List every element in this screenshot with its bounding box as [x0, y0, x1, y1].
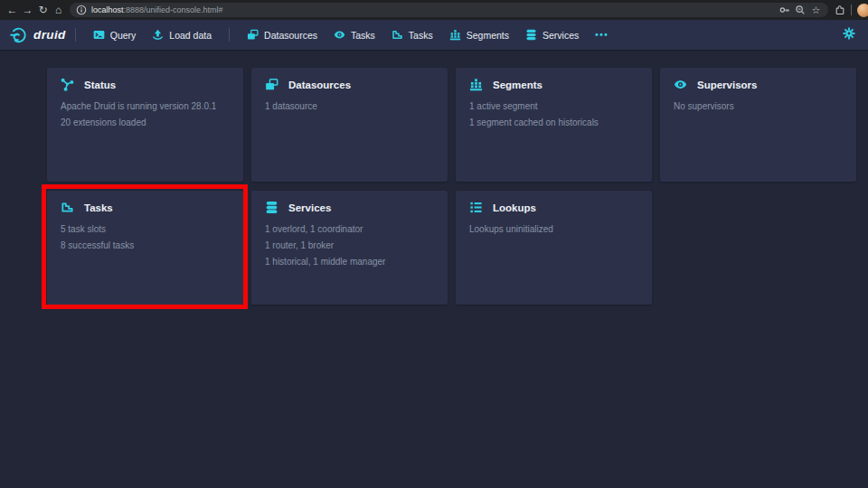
- card-line: 5 task slots: [61, 225, 230, 234]
- segments-icon: [469, 78, 483, 91]
- nav-label: Services: [542, 30, 579, 41]
- druid-logo[interactable]: druid: [9, 25, 66, 44]
- graph-icon: [61, 78, 74, 91]
- password-key-icon[interactable]: [779, 5, 790, 15]
- nav-label: Tasks: [409, 30, 433, 41]
- profile-avatar[interactable]: [857, 4, 868, 17]
- database-icon: [525, 29, 537, 41]
- bookmark-star-icon[interactable]: ☆: [810, 5, 822, 15]
- browser-toolbar: ← → ↻ ⌂ localhost:8888/unified-console.h…: [0, 0, 868, 20]
- nav-label: Query: [110, 30, 137, 41]
- nav-item-load-data[interactable]: Load data: [144, 24, 220, 46]
- zoom-icon[interactable]: [795, 5, 806, 15]
- gantt-icon: [61, 201, 74, 214]
- nav-item-query[interactable]: Query: [85, 24, 145, 46]
- card-line: 1 datasource: [265, 102, 434, 111]
- card-line: 1 historical, 1 middle manager: [265, 258, 434, 267]
- nav-label: Tasks: [351, 30, 375, 41]
- url-text: localhost:8888/unified-console.html#: [91, 5, 223, 14]
- nav-divider: [229, 28, 230, 42]
- card-row-1: Status Apache Druid is running version 2…: [47, 68, 868, 182]
- status-card[interactable]: Status Apache Druid is running version 2…: [47, 68, 243, 182]
- toolbar-right: [835, 4, 863, 17]
- home-icon[interactable]: ⌂: [51, 0, 66, 20]
- card-line: 1 overlord, 1 coordinator: [265, 225, 434, 234]
- reload-icon[interactable]: ↻: [35, 0, 51, 20]
- card-line: 1 active segment: [469, 102, 638, 111]
- card-title: Supervisors: [697, 80, 757, 90]
- back-icon[interactable]: ←: [5, 0, 20, 20]
- druid-logo-icon: [9, 25, 28, 44]
- lookups-card[interactable]: Lookups Lookups uninitialized: [456, 191, 652, 305]
- address-bar[interactable]: localhost:8888/unified-console.html# ☆: [70, 3, 828, 17]
- card-line: 1 router, 1 broker: [265, 241, 434, 250]
- nav-divider: [75, 28, 76, 42]
- card-title: Lookups: [493, 202, 536, 213]
- extensions-icon[interactable]: [835, 5, 845, 15]
- card-title: Segments: [493, 80, 542, 90]
- nav-item-supervisors[interactable]: Tasks: [326, 24, 383, 46]
- nav-label: Segments: [467, 30, 509, 41]
- properties-icon: [469, 201, 483, 214]
- url-path: :8888/unified-console.html#: [124, 5, 223, 14]
- card-title: Datasources: [288, 80, 351, 90]
- card-title: Tasks: [84, 202, 113, 213]
- toolbar-separator: [851, 5, 852, 15]
- services-card[interactable]: Services 1 overlord, 1 coordinator 1 rou…: [251, 191, 448, 305]
- nav-item-segments[interactable]: Segments: [441, 24, 517, 46]
- card-line: 1 segment cached on historicals: [469, 118, 638, 127]
- nav-label: Load data: [169, 30, 212, 41]
- card-row-2: Tasks 5 task slots 8 successful tasks Se…: [47, 191, 868, 305]
- nav-label: Datasources: [264, 30, 317, 41]
- card-title: Services: [288, 202, 331, 213]
- settings-button[interactable]: [839, 25, 859, 44]
- card-line: Apache Druid is running version 28.0.1: [61, 102, 230, 111]
- segments-icon: [449, 29, 461, 41]
- eye-icon: [674, 78, 687, 91]
- home-view: Status Apache Druid is running version 2…: [0, 50, 868, 488]
- gear-icon: [843, 27, 855, 40]
- datasources-icon: [265, 78, 278, 91]
- more-icon: •••: [595, 30, 609, 40]
- forward-icon[interactable]: →: [20, 0, 35, 20]
- segments-card[interactable]: Segments 1 active segment 1 segment cach…: [456, 68, 652, 182]
- console-icon: [93, 29, 105, 41]
- nav-item-tasks[interactable]: Tasks: [383, 24, 441, 46]
- nav-item-more[interactable]: •••: [587, 24, 617, 46]
- druid-logo-text: druid: [33, 28, 66, 42]
- url-host: localhost: [91, 5, 124, 14]
- database-icon: [265, 201, 278, 214]
- card-line: No supervisors: [674, 102, 843, 111]
- tasks-card[interactable]: Tasks 5 task slots 8 successful tasks: [47, 191, 243, 305]
- upload-icon: [152, 29, 164, 41]
- card-line: 20 extensions loaded: [61, 118, 230, 127]
- card-line: 8 successful tasks: [61, 241, 230, 250]
- druid-navbar: druid Query Load data Datasources Task: [0, 20, 868, 50]
- card-line: Lookups uninitialized: [469, 225, 638, 234]
- datasources-card[interactable]: Datasources 1 datasource: [251, 68, 448, 182]
- eye-icon: [334, 29, 345, 41]
- datasources-icon: [247, 29, 259, 41]
- supervisors-card[interactable]: Supervisors No supervisors: [660, 68, 856, 182]
- site-info-icon[interactable]: [76, 5, 87, 15]
- gantt-icon: [392, 29, 403, 41]
- card-title: Status: [84, 80, 116, 90]
- nav-item-services[interactable]: Services: [517, 24, 587, 46]
- nav-item-datasources[interactable]: Datasources: [239, 24, 326, 46]
